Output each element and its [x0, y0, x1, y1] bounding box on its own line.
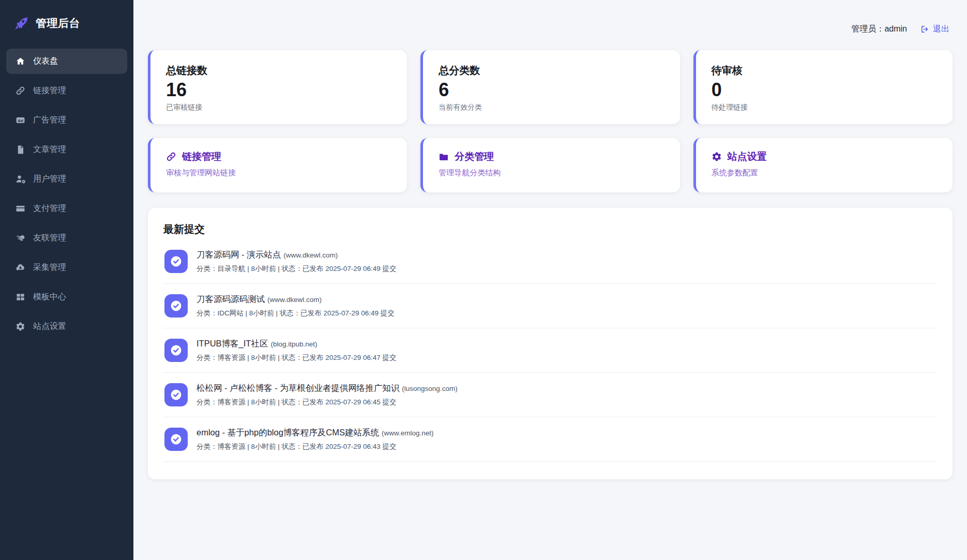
quick-action-subtitle: 审核与管理网站链接 — [166, 168, 391, 178]
quick-action-subtitle: 系统参数配置 — [712, 168, 937, 178]
stat-cards-row: 总链接数16已审核链接总分类数6当前有效分类待审核0待处理链接 — [148, 50, 953, 124]
sidebar-item-1[interactable]: 仪表盘 — [6, 49, 127, 74]
recent-item-title-line: 刀客源码网 - 演示站点(www.dkewl.com) — [197, 249, 397, 261]
approved-badge — [164, 428, 188, 451]
ad-icon: Ad — [16, 115, 25, 125]
handshake-icon — [16, 233, 25, 243]
recent-item-text: 刀客源码源码测试(www.dkewl.com)分类：IDC网站 | 8小时前 |… — [197, 294, 395, 318]
sidebar-item-10[interactable]: 站点设置 — [6, 314, 127, 339]
sidebar-menu: 仪表盘链接管理Ad广告管理文章管理用户管理支付管理友联管理采集管理模板中心站点设… — [0, 43, 133, 344]
site-domain: (www.dkewl.com) — [267, 296, 322, 304]
sidebar-item-3[interactable]: Ad广告管理 — [6, 108, 127, 133]
recent-item-meta: 分类：IDC网站 | 8小时前 | 状态：已发布 2025-07-29 06:4… — [197, 309, 395, 318]
quick-action-row: 链接管理审核与管理网站链接分类管理管理导航分类结构站点设置系统参数配置 — [148, 138, 953, 192]
sidebar-item-5[interactable]: 用户管理 — [6, 167, 127, 192]
sidebar-item-label: 链接管理 — [33, 85, 66, 96]
folder-icon — [439, 152, 449, 162]
user-gear-icon — [16, 174, 25, 184]
recent-item-meta: 分类：目录导航 | 8小时前 | 状态：已发布 2025-07-29 06:49… — [197, 264, 397, 274]
quick-action-subtitle: 管理导航分类结构 — [439, 168, 664, 178]
sidebar: 管理后台 仪表盘链接管理Ad广告管理文章管理用户管理支付管理友联管理采集管理模板… — [0, 0, 133, 560]
recent-item-1[interactable]: 刀客源码网 - 演示站点(www.dkewl.com)分类：目录导航 | 8小时… — [163, 239, 937, 284]
stat-subtitle: 待处理链接 — [712, 103, 937, 112]
recent-submissions-list: 刀客源码网 - 演示站点(www.dkewl.com)分类：目录导航 | 8小时… — [163, 239, 937, 462]
recent-item-text: emlog - 基于php的blog博客程序及CMS建站系统(www.emlog… — [197, 427, 434, 451]
recent-item-title-line: 松松网 - 卢松松博客 - 为草根创业者提供网络推广知识(lusongsong.… — [197, 383, 458, 394]
recent-item-text: ITPUB博客_IT社区(blog.itpub.net)分类：博客资源 | 8小… — [197, 338, 397, 362]
main-content: 管理员：admin 退出 总链接数16已审核链接总分类数6当前有效分类待审核0待… — [133, 0, 967, 560]
stat-card-1: 总链接数16已审核链接 — [148, 50, 407, 124]
site-domain: (blog.itpub.net) — [270, 340, 317, 348]
logout-button[interactable]: 退出 — [920, 24, 949, 35]
quick-action-label: 分类管理 — [455, 150, 494, 163]
site-domain: (www.emlog.net) — [382, 429, 434, 437]
panel-title: 最新提交 — [163, 222, 937, 236]
home-icon — [16, 56, 25, 66]
site-name: 松松网 - 卢松松博客 - 为草根创业者提供网络推广知识 — [197, 383, 399, 392]
check-circle-icon — [170, 299, 183, 312]
quick-action-label: 链接管理 — [182, 150, 221, 163]
quick-action-label: 站点设置 — [728, 150, 767, 163]
recent-item-text: 刀客源码网 - 演示站点(www.dkewl.com)分类：目录导航 | 8小时… — [197, 249, 397, 274]
approved-badge — [164, 294, 188, 317]
approved-badge — [164, 250, 188, 273]
sidebar-item-label: 文章管理 — [33, 144, 66, 155]
sidebar-item-label: 仪表盘 — [33, 56, 58, 67]
svg-text:Ad: Ad — [18, 118, 23, 123]
stat-card-3: 待审核0待处理链接 — [693, 50, 953, 124]
approved-badge — [164, 339, 188, 362]
quick-action-title: 链接管理 — [166, 150, 391, 163]
sidebar-item-2[interactable]: 链接管理 — [6, 78, 127, 103]
check-circle-icon — [170, 388, 183, 401]
link-icon — [166, 152, 176, 162]
sidebar-item-4[interactable]: 文章管理 — [6, 137, 127, 162]
admin-info: 管理员：admin — [851, 24, 907, 35]
quick-action-title: 站点设置 — [712, 150, 937, 163]
quick-action-card-2[interactable]: 分类管理管理导航分类结构 — [420, 138, 679, 192]
stat-title: 总链接数 — [166, 64, 391, 78]
sidebar-item-7[interactable]: 友联管理 — [6, 225, 127, 251]
stat-value: 16 — [166, 81, 391, 99]
quick-action-card-3[interactable]: 站点设置系统参数配置 — [693, 138, 953, 192]
site-domain: (lusongsong.com) — [402, 385, 457, 392]
admin-label: 管理员： — [851, 24, 884, 33]
sidebar-item-6[interactable]: 支付管理 — [6, 196, 127, 221]
stat-value: 0 — [712, 81, 937, 99]
site-name: 刀客源码网 - 演示站点 — [197, 250, 281, 259]
recent-item-meta: 分类：博客资源 | 8小时前 | 状态：已发布 2025-07-29 06:45… — [197, 398, 458, 407]
app-title: 管理后台 — [36, 16, 80, 31]
logout-icon — [920, 25, 929, 34]
recent-item-5[interactable]: emlog - 基于php的blog博客程序及CMS建站系统(www.emlog… — [163, 417, 937, 462]
stat-subtitle: 当前有效分类 — [439, 103, 664, 112]
grid-icon — [16, 292, 25, 302]
app-logo: 管理后台 — [0, 0, 133, 43]
stat-title: 待审核 — [712, 64, 937, 78]
quick-action-title: 分类管理 — [439, 150, 664, 163]
sidebar-item-label: 广告管理 — [33, 115, 66, 126]
sidebar-item-label: 用户管理 — [33, 174, 66, 185]
sidebar-item-label: 采集管理 — [33, 262, 66, 273]
sidebar-item-9[interactable]: 模板中心 — [6, 284, 127, 310]
recent-item-3[interactable]: ITPUB博客_IT社区(blog.itpub.net)分类：博客资源 | 8小… — [163, 328, 937, 373]
site-name: 刀客源码源码测试 — [197, 294, 265, 304]
recent-item-meta: 分类：博客资源 | 8小时前 | 状态：已发布 2025-07-29 06:47… — [197, 353, 397, 362]
check-circle-icon — [170, 255, 183, 268]
sidebar-item-label: 友联管理 — [33, 233, 66, 244]
recent-item-meta: 分类：博客资源 | 8小时前 | 状态：已发布 2025-07-29 06:43… — [197, 442, 434, 451]
sidebar-item-label: 支付管理 — [33, 203, 66, 214]
admin-name: admin — [884, 24, 907, 33]
recent-item-title-line: emlog - 基于php的blog博客程序及CMS建站系统(www.emlog… — [197, 427, 434, 438]
approved-badge — [164, 383, 188, 406]
topbar: 管理员：admin 退出 — [148, 0, 953, 50]
link-icon — [16, 86, 25, 96]
check-circle-icon — [170, 344, 183, 357]
recent-item-2[interactable]: 刀客源码源码测试(www.dkewl.com)分类：IDC网站 | 8小时前 |… — [163, 284, 937, 328]
cloud-download-icon — [16, 263, 25, 273]
recent-item-4[interactable]: 松松网 - 卢松松博客 - 为草根创业者提供网络推广知识(lusongsong.… — [163, 373, 937, 417]
sidebar-item-8[interactable]: 采集管理 — [6, 255, 127, 280]
stat-title: 总分类数 — [439, 64, 664, 78]
site-name: emlog - 基于php的blog博客程序及CMS建站系统 — [197, 428, 379, 437]
quick-action-card-1[interactable]: 链接管理审核与管理网站链接 — [148, 138, 407, 192]
recent-item-title-line: ITPUB博客_IT社区(blog.itpub.net) — [197, 338, 397, 350]
gear-icon — [712, 152, 722, 162]
